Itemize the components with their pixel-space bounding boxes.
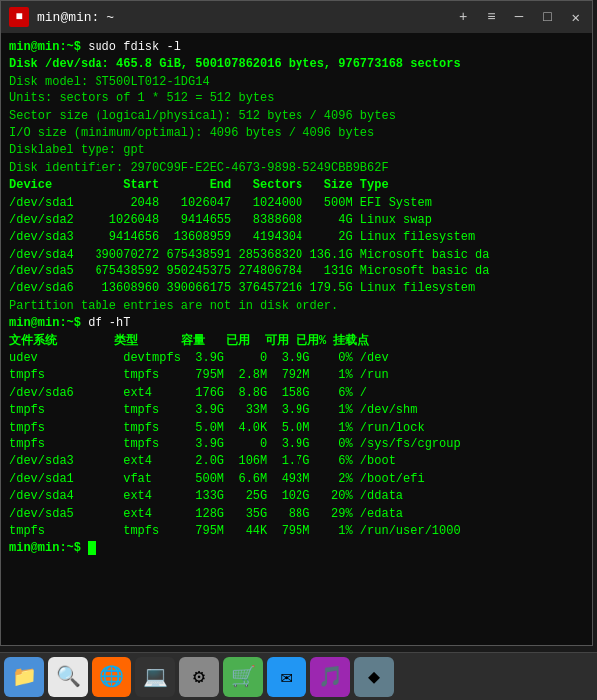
terminal-line: Partition table entries are not in disk … — [9, 298, 584, 315]
terminal-line: Sector size (logical/physical): 512 byte… — [9, 108, 584, 125]
terminal-line: min@min:~$ — [9, 540, 584, 557]
terminal-line: I/O size (minimum/optimal): 4096 bytes /… — [9, 125, 584, 142]
extra-icon[interactable]: ◆ — [354, 657, 394, 697]
settings-icon[interactable]: ⚙ — [179, 657, 219, 697]
terminal-line: /dev/sda1 2048 1026047 1024000 500M EFI … — [9, 195, 584, 212]
terminal-line: /dev/sda6 13608960 390066175 376457216 1… — [9, 280, 584, 297]
terminal-window[interactable]: ■ min@min: ~ + ≡ ─ □ ✕ min@min:~$ sudo f… — [0, 0, 593, 646]
terminal-line: /dev/sda4 390070272 675438591 285368320 … — [9, 247, 584, 263]
terminal-line: /dev/sda6 ext4 176G 8.8G 158G 6% / — [9, 385, 584, 402]
terminal-line: /dev/sda2 1026048 9414655 8388608 4G Lin… — [9, 212, 584, 229]
terminal-line: Disk identifier: 2970C99F-E2EC-4673-9898… — [9, 160, 584, 177]
terminal-line: Disk model: ST500LT012-1DG14 — [9, 74, 584, 90]
terminal-line: Device Start End Sectors Size Type — [9, 177, 584, 194]
taskbar: 📁🔍🌐💻⚙🛒✉🎵◆ — [0, 652, 597, 700]
terminal-line: tmpfs tmpfs 3.9G 0 3.9G 0% /sys/fs/cgrou… — [9, 437, 584, 453]
terminal-line: /dev/sda5 675438592 950245375 274806784 … — [9, 263, 584, 280]
terminal-line: Disklabel type: gpt — [9, 142, 584, 159]
cursor — [88, 541, 96, 555]
files-icon[interactable]: 📁 — [4, 657, 44, 697]
terminal-icon: ■ — [9, 7, 29, 27]
terminal-line: /dev/sda3 ext4 2.0G 106M 1.7G 6% /boot — [9, 453, 584, 470]
terminal-line: min@min:~$ df -hT — [9, 315, 584, 332]
terminal-line: Units: sectors of 1 * 512 = 512 bytes — [9, 90, 584, 107]
minimize-button[interactable]: ─ — [511, 7, 527, 27]
terminal-icon[interactable]: 💻 — [135, 657, 175, 697]
terminal-body[interactable]: min@min:~$ sudo fdisk -lDisk /dev/sda: 4… — [1, 33, 592, 645]
browser-icon[interactable]: 🌐 — [92, 657, 131, 697]
store-icon[interactable]: 🛒 — [223, 657, 263, 697]
terminal-line: Disk /dev/sda: 465.8 GiB, 500107862016 b… — [9, 56, 584, 73]
music-icon[interactable]: 🎵 — [310, 657, 350, 697]
terminal-line: /dev/sda4 ext4 133G 25G 102G 20% /ddata — [9, 488, 584, 505]
terminal-line: tmpfs tmpfs 5.0M 4.0K 5.0M 1% /run/lock — [9, 420, 584, 437]
terminal-line: tmpfs tmpfs 795M 2.8M 792M 1% /run — [9, 367, 584, 384]
window-controls[interactable]: + ≡ ─ □ ✕ — [455, 7, 584, 28]
close-button[interactable]: ✕ — [568, 7, 584, 28]
add-tab-button[interactable]: + — [455, 7, 471, 27]
title-bar: ■ min@min: ~ + ≡ ─ □ ✕ — [1, 1, 592, 33]
terminal-line: tmpfs tmpfs 3.9G 33M 3.9G 1% /dev/shm — [9, 402, 584, 419]
terminal-line: udev devtmpfs 3.9G 0 3.9G 0% /dev — [9, 350, 584, 367]
mail-icon[interactable]: ✉ — [267, 657, 306, 697]
window-title: min@min: ~ — [37, 10, 447, 25]
search-icon[interactable]: 🔍 — [48, 657, 88, 697]
terminal-line: min@min:~$ sudo fdisk -l — [9, 39, 584, 56]
terminal-line: tmpfs tmpfs 795M 44K 795M 1% /run/user/1… — [9, 523, 584, 540]
menu-button[interactable]: ≡ — [483, 7, 498, 27]
terminal-line: /dev/sda3 9414656 13608959 4194304 2G Li… — [9, 229, 584, 246]
terminal-line: /dev/sda1 vfat 500M 6.6M 493M 2% /boot/e… — [9, 471, 584, 488]
terminal-line: /dev/sda5 ext4 128G 35G 88G 29% /edata — [9, 506, 584, 523]
maximize-button[interactable]: □ — [539, 7, 555, 27]
terminal-line: 文件系统 类型 容量 已用 可用 已用% 挂载点 — [9, 333, 584, 350]
